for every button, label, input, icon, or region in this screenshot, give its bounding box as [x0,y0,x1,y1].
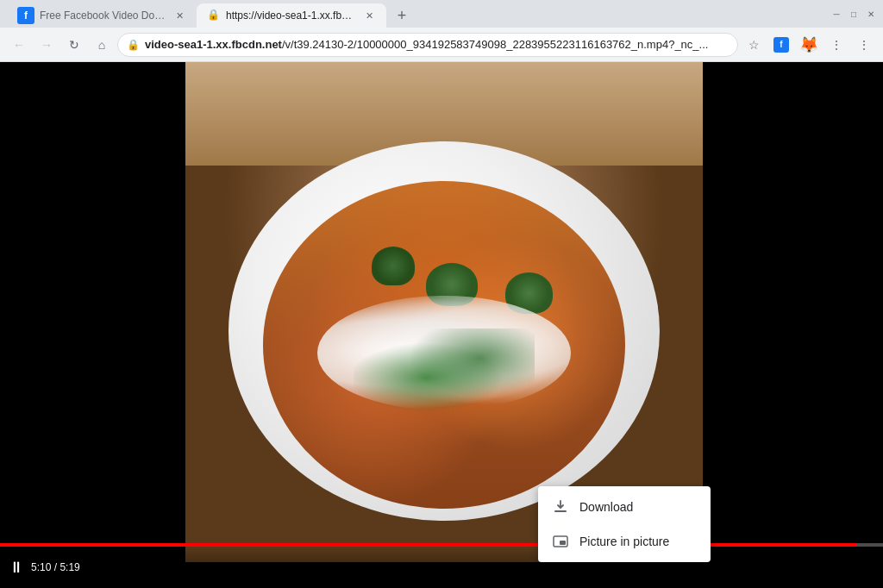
context-menu: Download Picture in picture [538,486,711,562]
menu-item-pip[interactable]: Picture in picture [538,524,711,559]
emoji-extension-icon[interactable]: 🦊 [797,33,821,57]
video-controls: ⏸ 5:10 / 5:19 [0,547,883,588]
lock-icon: 🔒 [127,39,140,51]
facebook-favicon: f [17,7,34,24]
food-content [263,181,625,509]
video-area[interactable]: ⏸ 5:10 / 5:19 Download [0,62,883,588]
time-total: 5:19 [59,561,79,573]
download-icon [552,498,569,516]
more-icon[interactable]: ⋮ [852,33,876,57]
url-domain: video-sea1-1.xx.fbcdn.net [145,38,282,51]
address-bar[interactable]: 🔒 video-sea1-1.xx.fbcdn.net/v/t39.24130-… [117,33,738,57]
play-pause-icon: ⏸ [9,559,24,577]
pip-icon [552,533,569,550]
black-bar-right [703,62,883,588]
emoji-icon: 🦊 [799,35,818,54]
svg-rect-2 [560,541,566,545]
tab-video[interactable]: 🔒 https://video-sea1-1.xx.fbcd... ✕ [197,3,386,28]
maximize-button[interactable] [849,9,859,19]
bookmark-star-icon[interactable]: ☆ [742,33,766,57]
forward-button[interactable]: → [34,33,59,57]
time-current: 5:10 [31,561,51,573]
tab-video-close[interactable]: ✕ [362,9,376,22]
close-button[interactable] [866,9,876,19]
play-pause-button[interactable]: ⏸ [9,559,24,577]
titlebar: f Free Facebook Video Downloade... ✕ 🔒 h… [0,0,883,28]
tab-video-favicon: 🔒 [207,9,221,22]
svg-rect-0 [554,510,567,512]
facebook-ext-icon: f [773,37,789,53]
back-button[interactable]: ← [7,33,31,57]
greens [354,328,535,427]
time-display: 5:10 / 5:19 [31,561,80,573]
tab-video-title: https://video-sea1-1.xx.fbcd... [226,9,357,22]
tab-facebook-title: Free Facebook Video Downloade... [40,9,167,22]
url-display[interactable]: video-sea1-1.xx.fbcdn.net/v/t39.24130-2/… [145,38,729,51]
window-controls [831,9,876,19]
menu-item-pip-label: Picture in picture [579,535,669,548]
tab-facebook-close[interactable]: ✕ [172,9,186,22]
menu-item-download[interactable]: Download [538,490,711,524]
new-tab-button[interactable]: + [390,3,414,28]
minimize-button[interactable] [831,9,842,19]
addressbar: ← → ↻ ⌂ 🔒 video-sea1-1.xx.fbcdn.net/v/t3… [0,28,883,62]
tab-strip: f Free Facebook Video Downloade... ✕ 🔒 h… [7,0,831,28]
broccoli-2 [372,247,415,285]
tab-facebook[interactable]: f Free Facebook Video Downloade... ✕ [7,3,197,28]
reload-button[interactable]: ↻ [62,33,86,57]
cast-icon[interactable]: ⋮ [824,33,849,57]
home-button[interactable]: ⌂ [90,33,114,57]
black-bar-left [0,62,185,588]
menu-item-download-label: Download [579,500,633,514]
url-path: /v/t39.24130-2/10000000_934192583749098_… [282,38,708,51]
extensions-icon[interactable]: f [769,33,793,57]
